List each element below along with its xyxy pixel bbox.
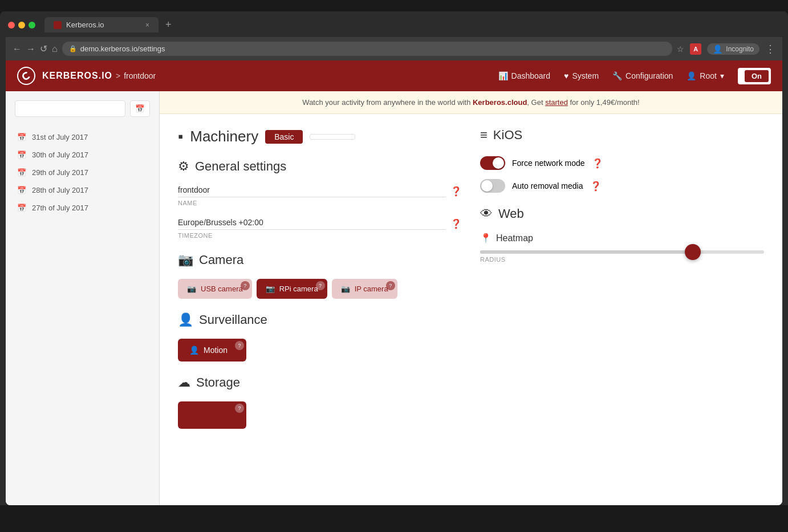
browser-tab[interactable]: Kerberos.io ×	[44, 17, 159, 33]
forward-btn[interactable]: →	[26, 44, 35, 54]
usb-camera-btn[interactable]: 📷 USB camera ?	[178, 279, 252, 299]
slider-fill	[480, 250, 685, 254]
auto-removal-toggle-row: Auto removal media ❓	[480, 179, 764, 193]
sidebar-date-item[interactable]: 📅28th of July 2017	[15, 181, 150, 199]
heatmap-slider	[480, 250, 764, 254]
new-tab-btn[interactable]: +	[161, 19, 176, 31]
calendar-btn[interactable]: 📅	[130, 100, 150, 117]
sidebar-date-item[interactable]: 📅30th of July 2017	[15, 146, 150, 164]
address-text: demo.kerberos.io/settings	[80, 44, 165, 53]
force-network-help[interactable]: ❓	[592, 158, 603, 169]
calendar-icon: 📅	[17, 186, 26, 194]
kerberos-cloud-link[interactable]: Kerberos.cloud	[473, 98, 527, 107]
close-dot[interactable]	[8, 22, 15, 29]
storage-title: Storage	[196, 375, 240, 390]
motion-icon: 👤	[189, 346, 199, 355]
heatmap-section: 📍 Heatmap RADIUS	[480, 233, 764, 263]
top-navigation: KERBEROS.IO > frontdoor 📊 Dashboard ♥ Sy…	[6, 60, 782, 91]
reload-btn[interactable]: ↺	[40, 43, 47, 54]
nav-logo	[17, 67, 35, 85]
usb-camera-help[interactable]: ?	[241, 281, 250, 290]
calendar-icon: 📅	[17, 168, 26, 177]
surveillance-title: Surveillance	[199, 312, 267, 327]
slider-thumb[interactable]	[685, 244, 701, 260]
sidebar-date-item[interactable]: 📅31st of July 2017	[15, 128, 150, 146]
motion-help-icon[interactable]: ?	[235, 341, 244, 350]
name-field: frontdoor ❓ NAME	[178, 185, 462, 206]
started-link[interactable]: started	[545, 98, 568, 107]
minimize-dot[interactable]	[18, 22, 25, 29]
heatmap-pin-icon: 📍	[480, 233, 492, 243]
force-network-toggle[interactable]	[480, 156, 505, 170]
rpi-camera-help[interactable]: ?	[316, 281, 325, 290]
name-value: frontdoor	[178, 185, 446, 197]
kios-title: KiOS	[493, 128, 522, 143]
nav-brand: KERBEROS.IO	[42, 71, 112, 81]
angular-icon: A	[690, 43, 701, 55]
maximize-dot[interactable]	[29, 22, 35, 29]
kios-icon: ≡	[480, 128, 488, 143]
nav-separator: >	[116, 71, 120, 80]
storage-btn[interactable]: ?	[178, 401, 246, 429]
home-btn[interactable]: ⌂	[52, 44, 58, 54]
sidebar-date-item[interactable]: 📅29th of July 2017	[15, 164, 150, 181]
nav-config-link[interactable]: 🔧 Configuration	[612, 71, 673, 80]
machinery-title: Machinery	[190, 128, 258, 145]
radius-label: RADIUS	[480, 256, 764, 263]
nav-system-link[interactable]: ♥ System	[564, 71, 599, 80]
tab-title: Kerberos.io	[66, 21, 104, 29]
usb-camera-icon: 📷	[187, 285, 196, 293]
rpi-camera-icon: 📷	[266, 285, 275, 293]
lock-icon: 🔒	[69, 45, 77, 52]
address-bar[interactable]: 🔒 demo.kerberos.io/settings	[62, 42, 673, 56]
name-help-icon[interactable]: ❓	[450, 186, 462, 197]
kios-section: ≡ KiOS Force network mode ❓	[480, 128, 764, 193]
nav-page: frontdoor	[124, 71, 156, 80]
search-input[interactable]	[15, 100, 125, 117]
timezone-label: TIMEZONE	[178, 232, 462, 239]
slider-track	[480, 250, 764, 254]
general-settings-title: General settings	[195, 159, 286, 174]
camera-icon: 📷	[178, 253, 193, 267]
motion-btn[interactable]: 👤 Motion ?	[178, 339, 246, 362]
toggle-container: On	[738, 68, 771, 84]
heatmap-title: Heatmap	[496, 233, 533, 243]
web-section: 👁 Web 📍 Heatmap	[480, 206, 764, 263]
user-icon: 👤	[687, 71, 696, 80]
web-eye-icon: 👁	[480, 206, 493, 221]
system-icon: ♥	[564, 71, 568, 80]
ip-camera-btn[interactable]: 📷 IP camera ?	[332, 279, 397, 299]
auto-removal-help[interactable]: ❓	[590, 181, 602, 192]
user-dropdown-icon: ▾	[720, 71, 724, 80]
timezone-help-icon[interactable]: ❓	[450, 218, 462, 229]
right-column: ≡ KiOS Force network mode ❓	[480, 128, 764, 442]
machinery-input[interactable]	[310, 134, 355, 140]
surveillance-icon: 👤	[178, 312, 193, 327]
storage-help-icon[interactable]: ?	[235, 404, 244, 413]
camera-buttons: 📷 USB camera ? 📷 RPi camera ?	[178, 279, 462, 299]
basic-badge[interactable]: Basic	[265, 130, 303, 144]
storage-icon: ☁	[178, 375, 190, 390]
back-btn[interactable]: ←	[13, 44, 22, 54]
machinery-icon: ▪	[178, 128, 183, 145]
nav-user-link[interactable]: 👤 Root ▾	[687, 71, 724, 80]
auto-removal-label: Auto removal media	[512, 181, 583, 190]
tab-close-btn[interactable]: ×	[145, 21, 149, 29]
sidebar: 📅 📅31st of July 2017📅30th of July 2017📅2…	[6, 91, 160, 505]
sidebar-date-item[interactable]: 📅27th of July 2017	[15, 199, 150, 217]
main-content: Watch your activity from anywhere in the…	[160, 91, 782, 505]
calendar-icon: 📅	[17, 204, 26, 212]
storage-section: ☁ Storage ?	[178, 375, 462, 429]
star-icon[interactable]: ☆	[677, 44, 684, 54]
name-label: NAME	[178, 200, 462, 206]
auto-removal-toggle[interactable]	[480, 179, 505, 193]
toggle-on-badge[interactable]: On	[745, 70, 769, 82]
web-title: Web	[498, 206, 524, 221]
nav-links: 📊 Dashboard ♥ System 🔧 Configuration 👤 R…	[498, 68, 771, 84]
rpi-camera-btn[interactable]: 📷 RPi camera ?	[257, 279, 327, 299]
force-network-toggle-row: Force network mode ❓	[480, 156, 764, 170]
ip-camera-help[interactable]: ?	[386, 281, 395, 290]
nav-dashboard-link[interactable]: 📊 Dashboard	[498, 71, 551, 80]
announcement-banner: Watch your activity from anywhere in the…	[160, 91, 782, 114]
menu-icon[interactable]: ⋮	[765, 43, 775, 55]
